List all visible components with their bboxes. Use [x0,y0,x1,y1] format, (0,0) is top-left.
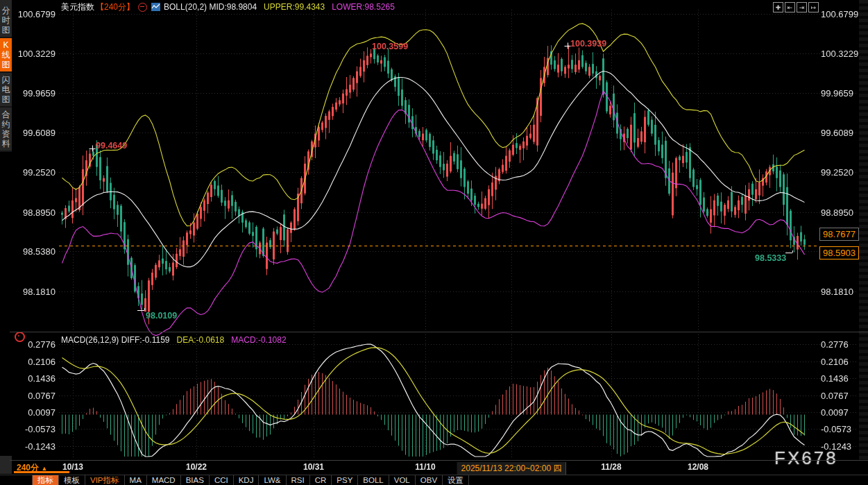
sidebar-tab-闪电图[interactable]: 闪电图 [0,73,12,108]
date-label: 2025/11/13 22:00~02:00 四 [457,462,566,475]
toolbar-VIP指标[interactable]: VIP指标 [85,475,125,485]
toolbar-模板[interactable]: 模板 [59,475,85,485]
indicator-toolbar: 指标模板VIP指标MAMACDBIASCCIKDJLW&RSICRPSYBOLL… [0,475,868,485]
current-price-box: 98.5903 [819,246,859,259]
toolbar-PSY[interactable]: PSY [332,475,358,485]
macd-params: MACD(26,12,9) DIFF:-0.1159 [61,335,170,345]
axis-label: 98.5380 [14,246,56,257]
toolbar-BIAS[interactable]: BIAS [181,475,210,485]
date-label: 10/22 [186,462,207,472]
axis-label: 98.1810 [14,287,56,297]
axis-label: 99.6089 [821,128,862,138]
axis-label: 0.0767 [821,391,862,401]
axis-label: 98.8950 [821,207,862,218]
boll-upper-value: UPPER:99.4343 [264,2,325,12]
indicator-chart-icon[interactable] [151,3,160,11]
macd-header: MACD(26,12,9) DIFF:-0.1159DEA:-0.0618MAC… [61,335,287,345]
timeframe-underline [14,471,69,473]
axis-label: 98.1810 [821,287,862,297]
sidebar-tab-分时图[interactable]: 分时图 [0,3,12,38]
chart-app: 分时图K线图闪电图合约资料 美元指数【240分】BOLL(20,2) MID:9… [0,0,868,485]
shift-right-icon[interactable]: ↦ [808,2,819,12]
panel-separator-1 [10,332,868,332]
axis-label: 100.3229 [821,49,862,59]
date-label: 11/28 [601,462,621,472]
price-annotation: 99.4649 [96,141,127,151]
collapse-indicator-icon[interactable] [138,3,147,12]
axis-label: 0.1436 [14,373,56,384]
axis-label: 98.8950 [14,207,56,218]
boll-lower-value: LOWER:98.5265 [332,2,395,12]
axis-label: -0.1243 [14,441,56,452]
axis-label: 0.2776 [821,339,862,350]
price-annotation: 98.5333 [755,253,786,263]
axis-label: 0.0097 [14,407,56,418]
axis-label: 100.6799 [14,9,56,19]
macd-value: MACD:-0.1082 [231,335,286,345]
date-label: 10/31 [303,462,324,472]
axis-label: 100.3229 [14,49,56,59]
toolbar-KDJ[interactable]: KDJ [234,475,259,485]
axis-label: 0.2106 [821,357,862,367]
right-scrollbar[interactable] [859,0,868,460]
toolbar-MACD[interactable]: MACD [147,475,181,485]
axis-label: 99.9659 [14,88,56,99]
price-chart-canvas[interactable] [0,0,868,485]
zoom-in-axis-icon[interactable]: ⇤ [785,2,795,12]
toolbar-指标[interactable]: 指标 [32,475,59,485]
axis-label: -0.0573 [821,424,862,434]
left-sidebar: 分时图K线图闪电图合约资料 [0,0,12,485]
toolbar-VOL[interactable]: VOL [389,475,416,485]
zoom-out-axis-icon[interactable]: ⇥ [797,2,807,12]
price-annotation: 100.3599 [372,42,408,51]
axis-label: 99.6089 [14,128,56,138]
sidebar-tab-K线图[interactable]: K线图 [0,38,12,73]
price-annotation: 98.0109 [146,311,177,321]
macd-dea-value: DEA:-0.0618 [177,335,225,345]
axis-label: 0.0767 [14,391,56,401]
chart-type-tabs: 分时图K线图闪电图合约资料 [0,0,12,152]
toolbar-BOLL[interactable]: BOLL [358,475,389,485]
date-label: 10/13 [62,462,83,472]
toolbar-OBV[interactable]: OBV [416,475,443,485]
mid-price-box: 98.7677 [819,228,859,241]
panel-separator-2 [10,460,868,461]
period-label: 【240分】 [96,2,135,12]
toolbar-CCI[interactable]: CCI [210,475,234,485]
axis-label: 0.2106 [14,357,56,367]
chart-title-bar: 美元指数【240分】BOLL(20,2) MID:98.9804UPPER:99… [61,2,395,12]
axis-label: 100.6799 [821,9,862,19]
toolbar-RSI[interactable]: RSI [287,475,310,485]
toolbar-CR[interactable]: CR [310,475,332,485]
boll-mid-value: BOLL(20,2) MID:98.9804 [164,2,257,12]
chart-tool-icons: ✚⇤⇥↦ [773,2,819,12]
axis-label: 99.2520 [821,167,862,178]
watermark: FX678 [774,448,838,469]
axis-label: 99.9659 [821,88,862,99]
price-annotation: 100.3939 [570,39,606,49]
date-label: 12/08 [688,462,708,472]
indicator-dot-icon[interactable] [15,332,25,342]
toolbar-LW&[interactable]: LW& [259,475,286,485]
sidebar-bottom-block [0,456,12,474]
sidebar-tab-合约资料[interactable]: 合约资料 [0,108,12,152]
instrument-name: 美元指数 [61,2,94,12]
date-label: 11/10 [415,462,435,472]
pan-icon[interactable]: ✚ [773,2,783,12]
axis-label: 0.0097 [821,407,862,418]
axis-label: 99.2520 [14,167,56,178]
axis-label: -0.0573 [14,424,56,434]
axis-label: 0.1436 [821,373,862,384]
toolbar-设置[interactable]: 设置 [443,475,469,485]
toolbar-MA[interactable]: MA [125,475,147,485]
